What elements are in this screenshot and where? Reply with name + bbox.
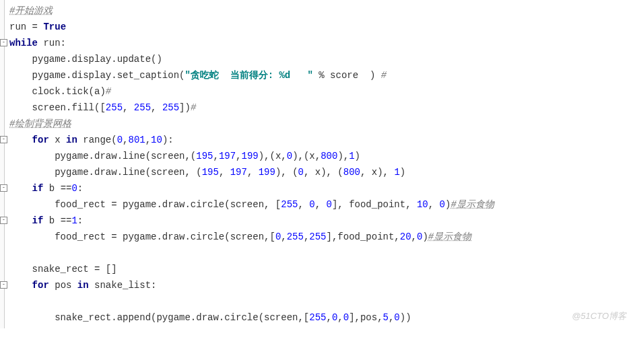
comment: #绘制背景网格 <box>9 118 71 129</box>
code-line <box>4 245 633 261</box>
code-line: pygame.draw.line(screen,(195,197,199),(x… <box>4 148 633 164</box>
code-line: pygame.display.set_caption("贪吃蛇 当前得分: %d… <box>4 67 633 83</box>
fold-icon[interactable]: - <box>0 281 7 289</box>
fold-icon[interactable]: - <box>0 39 7 46</box>
comment: #开始游戏 <box>9 5 53 16</box>
code-line: clock.tick(a)# <box>4 83 633 100</box>
code-line <box>4 293 633 310</box>
code-line: snake_rect = [] <box>4 261 633 277</box>
code-line: #绘制背景网格 <box>4 116 633 132</box>
fold-icon[interactable]: - <box>0 136 7 143</box>
code-line: - for x in range(0,801,10): <box>4 132 633 148</box>
fold-icon[interactable]: - <box>0 184 7 192</box>
code-line: food_rect = pygame.draw.circle(screen,[0… <box>4 229 633 245</box>
code-line: pygame.draw.line(screen, (195, 197, 199)… <box>4 164 633 180</box>
code-line: food_rect = pygame.draw.circle(screen, [… <box>4 196 633 213</box>
code-line: run = True <box>4 19 633 35</box>
watermark: @51CTO博客 <box>572 308 626 324</box>
code-line: -while run: <box>4 35 633 51</box>
code-line: - for pos in snake_list: <box>4 277 633 293</box>
code-line: pygame.display.update() <box>4 51 633 67</box>
code-block: #开始游戏 run = True -while run: pygame.disp… <box>0 0 633 328</box>
code-line: - if b ==1: <box>4 213 633 229</box>
fold-icon[interactable]: - <box>0 217 7 224</box>
code-line: screen.fill([255, 255, 255])# <box>4 100 633 116</box>
code-line: snake_rect.append(pygame.draw.circle(scr… <box>4 310 633 326</box>
code-line: - if b ==0: <box>4 180 633 196</box>
code-line: #开始游戏 <box>4 3 633 19</box>
